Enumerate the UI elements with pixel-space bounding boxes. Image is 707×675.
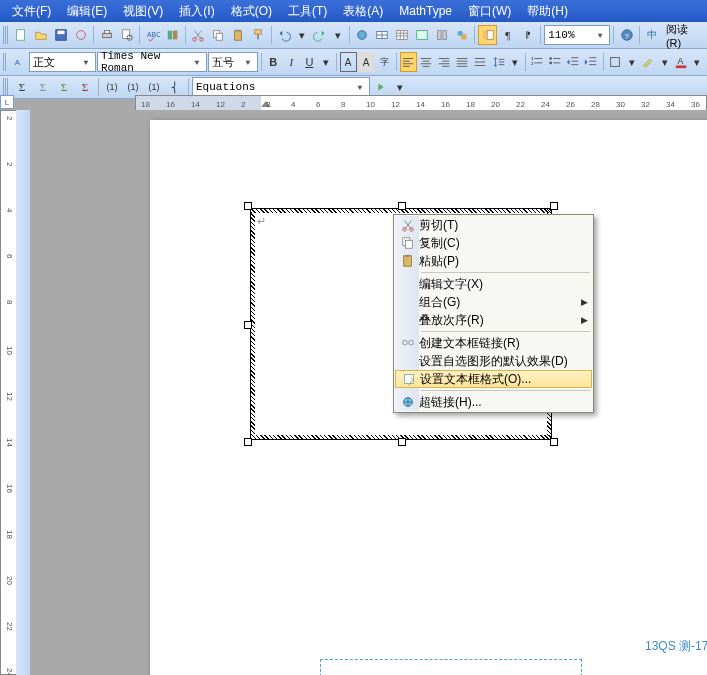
spelling-button[interactable]: ABC (143, 25, 162, 45)
menu-mathtype[interactable]: MathType (391, 2, 460, 20)
menu-cut[interactable]: 剪切(T) (395, 216, 592, 234)
mt-sigma-button[interactable]: Σ (12, 77, 32, 97)
style-dropdown[interactable]: 正文 ▼ (29, 52, 96, 72)
read-mode-label[interactable]: 阅读(R) (663, 22, 704, 49)
mt-brk-button[interactable]: ⎨ (165, 77, 185, 97)
paste-button[interactable] (229, 25, 248, 45)
research-button[interactable] (163, 25, 182, 45)
font-dropdown[interactable]: Times New Roman ▼ (97, 52, 207, 72)
format-painter-button[interactable] (249, 25, 268, 45)
tables-borders-button[interactable] (373, 25, 392, 45)
menu-edit[interactable]: 编辑(E) (59, 1, 115, 22)
mt-next-button[interactable] (371, 77, 391, 97)
menu-format-textbox[interactable]: 设置文本框格式(O)... (395, 370, 592, 388)
menu-create-link[interactable]: 创建文本框链接(R) (395, 334, 592, 352)
menu-copy[interactable]: 复制(C) (395, 234, 592, 252)
highlight-dropdown[interactable]: ▾ (658, 52, 672, 72)
align-justify-button[interactable] (454, 52, 471, 72)
highlight-button[interactable] (640, 52, 657, 72)
toolbar-handle[interactable] (3, 78, 8, 96)
menu-file[interactable]: 文件(F) (4, 1, 59, 22)
drawing-button[interactable] (453, 25, 472, 45)
tab-indicator[interactable]: L (0, 95, 14, 109)
toolbar-handle[interactable] (3, 26, 8, 44)
zoom-dropdown[interactable]: 110% ▼ (544, 25, 610, 45)
permission-button[interactable] (72, 25, 91, 45)
numbering-button[interactable]: 12 (529, 52, 546, 72)
menu-hyperlink[interactable]: 超链接(H)... (395, 393, 592, 411)
undo-dropdown[interactable]: ▾ (295, 25, 310, 45)
toolbar-handle[interactable] (3, 53, 7, 71)
print-preview-button[interactable] (117, 25, 136, 45)
footer-text-box[interactable] (320, 659, 582, 675)
align-left-button[interactable] (400, 52, 417, 72)
undo-button[interactable] (275, 25, 294, 45)
mt-sigma2-button[interactable]: Σ (33, 77, 53, 97)
mt-eq1-button[interactable]: (1) (102, 77, 122, 97)
excel-button[interactable] (413, 25, 432, 45)
show-hide-button[interactable]: ¶ (498, 25, 517, 45)
menu-paste[interactable]: 粘贴(P) (395, 252, 592, 270)
cut-button[interactable] (189, 25, 208, 45)
menu-format[interactable]: 格式(O) (223, 1, 280, 22)
resize-handle-sw[interactable] (244, 438, 252, 446)
resize-handle-nw[interactable] (244, 202, 252, 210)
save-button[interactable] (52, 25, 71, 45)
help-button[interactable]: ? (617, 25, 636, 45)
decrease-indent-button[interactable] (565, 52, 582, 72)
menu-set-default[interactable]: 设置自选图形的默认效果(D) (395, 352, 592, 370)
mt-sigma4-button[interactable]: Σ (75, 77, 95, 97)
menu-window[interactable]: 窗口(W) (460, 1, 519, 22)
print-button[interactable] (97, 25, 116, 45)
styles-pane-button[interactable]: A (11, 52, 28, 72)
underline-dropdown[interactable]: ▾ (319, 52, 333, 72)
menu-table[interactable]: 表格(A) (335, 1, 391, 22)
open-button[interactable] (32, 25, 51, 45)
font-color-button[interactable]: A (672, 52, 689, 72)
char-shading-button[interactable]: A (358, 52, 375, 72)
menu-tools[interactable]: 工具(T) (280, 1, 335, 22)
insert-table-button[interactable] (393, 25, 412, 45)
italic-button[interactable]: I (283, 52, 300, 72)
font-grow-button[interactable]: 字 (376, 52, 393, 72)
borders-button[interactable] (607, 52, 624, 72)
chinese-layout-button[interactable]: 中 (643, 25, 662, 45)
increase-indent-button[interactable] (583, 52, 600, 72)
menu-insert[interactable]: 插入(I) (171, 1, 222, 22)
menu-edit-text[interactable]: 编辑文字(X) (395, 275, 592, 293)
resize-handle-ne[interactable] (550, 202, 558, 210)
menu-view[interactable]: 视图(V) (115, 1, 171, 22)
mt-next-dropdown[interactable]: ▾ (392, 77, 408, 97)
columns-button[interactable] (433, 25, 452, 45)
resize-handle-se[interactable] (550, 438, 558, 446)
menu-help[interactable]: 帮助(H) (519, 1, 576, 22)
resize-handle-n[interactable] (398, 202, 406, 210)
mt-eq2-button[interactable]: (1) (123, 77, 143, 97)
font-color-dropdown[interactable]: ▾ (690, 52, 704, 72)
font-size-dropdown[interactable]: 五号 ▼ (208, 52, 258, 72)
new-doc-button[interactable] (12, 25, 31, 45)
underline-button[interactable]: U (301, 52, 318, 72)
redo-dropdown[interactable]: ▾ (331, 25, 346, 45)
align-center-button[interactable] (418, 52, 435, 72)
mt-eq3-button[interactable]: (1) (144, 77, 164, 97)
bullets-button[interactable] (547, 52, 564, 72)
menu-group[interactable]: 组合(G) ▶ (395, 293, 592, 311)
doc-map-button[interactable] (478, 25, 497, 45)
line-spacing-button[interactable] (490, 52, 507, 72)
resize-handle-w[interactable] (244, 321, 252, 329)
mt-sigma3-button[interactable]: Σ (54, 77, 74, 97)
redo-button[interactable] (311, 25, 330, 45)
bold-button[interactable]: B (265, 52, 282, 72)
resize-handle-s[interactable] (398, 438, 406, 446)
hyperlink-button[interactable] (353, 25, 372, 45)
line-spacing-dropdown[interactable]: ▾ (508, 52, 522, 72)
show-hide2-button[interactable]: ⁋ (518, 25, 537, 45)
char-border-button[interactable]: A (340, 52, 357, 72)
copy-button[interactable] (209, 25, 228, 45)
menu-order[interactable]: 叠放次序(R) ▶ (395, 311, 592, 329)
align-right-button[interactable] (436, 52, 453, 72)
equations-dropdown[interactable]: Equations ▼ (192, 77, 370, 97)
borders-dropdown[interactable]: ▾ (625, 52, 639, 72)
distribute-button[interactable] (472, 52, 489, 72)
